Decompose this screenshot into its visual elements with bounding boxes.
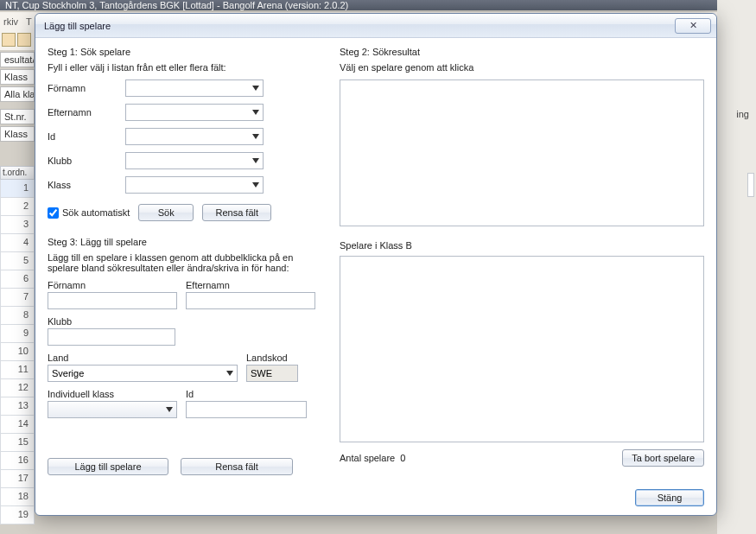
klass-input[interactable] — [125, 176, 264, 194]
step3-klubb-input[interactable] — [48, 328, 175, 346]
efternamn-input[interactable] — [125, 104, 264, 121]
close-button[interactable]: Stäng — [635, 489, 704, 506]
auto-search-input[interactable] — [48, 207, 59, 219]
dialog-title: Lägg till spelare — [44, 21, 675, 31]
grid-row[interactable]: 17 — [0, 470, 35, 488]
search-results-list[interactable] — [340, 79, 704, 226]
close-icon: ✕ — [689, 20, 697, 31]
step3-fornamn-input[interactable] — [48, 292, 177, 309]
right-box — [747, 173, 754, 197]
search-button[interactable]: Sök — [138, 204, 194, 221]
open-icon[interactable] — [17, 33, 31, 47]
land-combo[interactable] — [48, 365, 238, 382]
grid-header: t.ordn. — [0, 166, 35, 180]
fornamn-input[interactable] — [125, 79, 264, 97]
step3-hint: Lägg till en spelare i klassen genom att… — [48, 252, 307, 273]
grid-row[interactable]: 2 — [0, 198, 35, 216]
players-title: Spelare i Klass B — [340, 240, 704, 251]
remove-player-button[interactable]: Ta bort spelare — [622, 449, 704, 467]
left-col-header: Klass — [0, 126, 35, 142]
klass-label: Klass — [48, 180, 125, 190]
player-count-value: 0 — [400, 453, 405, 463]
parent-right-pane — [717, 0, 756, 534]
step3-efternamn-label: Efternamn — [186, 280, 315, 290]
clear-fields-button[interactable]: Rensa fält — [202, 204, 271, 221]
grid-row[interactable]: 13 — [0, 397, 35, 416]
auto-search-label: Sök automatiskt — [62, 207, 130, 218]
fornamn-combo[interactable] — [125, 79, 264, 97]
step3-clear-button[interactable]: Rensa fält — [181, 458, 293, 475]
land-input[interactable] — [48, 365, 238, 382]
efternamn-combo[interactable] — [125, 104, 264, 121]
menu-item[interactable]: rkiv — [3, 16, 18, 27]
step3-efternamn-input[interactable] — [186, 292, 315, 309]
grid-row[interactable]: 8 — [0, 307, 35, 325]
klubb-input[interactable] — [125, 152, 264, 169]
id-input[interactable] — [125, 128, 264, 145]
menu-item[interactable]: T — [26, 16, 32, 27]
step2-title: Steg 2: Sökresultat — [340, 47, 704, 57]
klass-combo[interactable] — [125, 176, 264, 194]
grid-row[interactable]: 9 — [0, 325, 35, 343]
grid-row[interactable]: 14 — [0, 416, 35, 434]
id-combo[interactable] — [125, 128, 264, 145]
klubb-combo[interactable] — [125, 152, 264, 169]
step1-title: Steg 1: Sök spelare — [48, 47, 324, 57]
player-count-label: Antal spelare — [340, 453, 395, 463]
landskod-input — [246, 365, 298, 382]
step3-id-label: Id — [186, 389, 307, 399]
grid-row[interactable]: 5 — [0, 252, 35, 270]
left-tab[interactable]: esultat/S — [0, 52, 35, 67]
grid-row[interactable]: 16 — [0, 452, 35, 470]
step3-fornamn-label: Förnamn — [48, 280, 177, 290]
grid-row[interactable]: 19 — [0, 506, 35, 524]
step1-hint: Fyll i eller välj i listan från ett elle… — [48, 62, 324, 73]
grid-row[interactable]: 3 — [0, 216, 35, 234]
grid-rows: 1 2 3 4 5 6 7 8 9 10 11 12 13 14 15 16 1… — [0, 180, 35, 524]
step2-hint: Välj en spelare genom att klicka — [340, 62, 704, 73]
step3-title: Steg 3: Lägg till spelare — [48, 237, 324, 247]
klubb-label: Klubb — [48, 156, 125, 166]
players-list[interactable] — [340, 256, 704, 442]
grid-row[interactable]: 10 — [0, 343, 35, 361]
parent-window-title: NT, Cup Stockholm 3, Tantogårdens BGK [L… — [0, 0, 756, 10]
auto-search-checkbox[interactable]: Sök automatiskt — [48, 207, 130, 219]
add-player-dialog: Lägg till spelare ✕ Steg 1: Sök spelare … — [35, 13, 717, 516]
id-label: Id — [48, 131, 125, 142]
parent-toolbar — [0, 31, 35, 50]
grid-row[interactable]: 6 — [0, 270, 35, 289]
grid-row[interactable]: 15 — [0, 434, 35, 452]
grid-row[interactable]: 7 — [0, 289, 35, 307]
grid-row[interactable]: 1 — [0, 180, 35, 198]
indiv-klass-input[interactable] — [48, 401, 177, 418]
new-icon[interactable] — [2, 33, 16, 47]
efternamn-label: Efternamn — [48, 107, 125, 118]
grid-row[interactable]: 11 — [0, 361, 35, 379]
grid-row[interactable]: 12 — [0, 379, 35, 397]
add-player-button[interactable]: Lägg till spelare — [48, 458, 168, 475]
left-tab[interactable]: Alla klass — [0, 86, 35, 102]
dialog-close-button[interactable]: ✕ — [675, 18, 711, 34]
left-col-header: St.nr. — [0, 109, 35, 124]
left-tab[interactable]: Klass — [0, 69, 35, 85]
grid-row[interactable]: 4 — [0, 234, 35, 252]
indiv-klass-combo[interactable] — [48, 401, 177, 418]
fornamn-label: Förnamn — [48, 83, 125, 93]
parent-left-tabs: esultat/S Klass Alla klass St.nr. Klass — [0, 52, 35, 143]
grid-row[interactable]: 18 — [0, 488, 35, 506]
landskod-label: Landskod — [246, 353, 298, 363]
land-label: Land — [48, 353, 238, 363]
dialog-footer: Stäng — [35, 484, 716, 515]
right-cut-text: ing — [736, 109, 749, 119]
step3-id-input[interactable] — [186, 401, 307, 418]
step3-klubb-label: Klubb — [48, 316, 238, 327]
indiv-klass-label: Individuell klass — [48, 389, 177, 399]
dialog-titlebar[interactable]: Lägg till spelare ✕ — [35, 14, 716, 38]
